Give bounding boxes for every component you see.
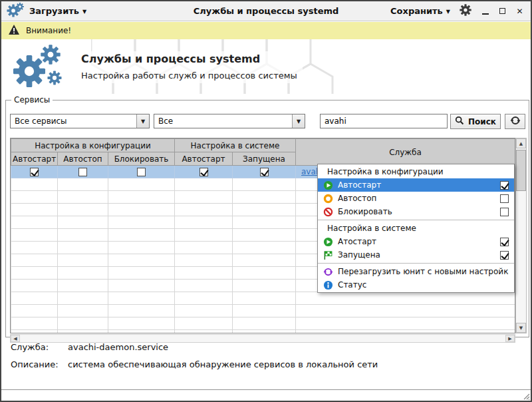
column-header: Запущена: [233, 152, 296, 166]
scroll-right-icon[interactable]: ▶: [505, 335, 515, 342]
chevron-down-icon: ▼: [82, 9, 86, 15]
column-header: Автостарт: [11, 152, 58, 166]
description-detail-label: Описание:: [11, 359, 59, 369]
service-detail-value: avachi-daemon.service: [68, 342, 168, 352]
play-icon: [323, 180, 333, 190]
table-row-empty: [11, 317, 515, 330]
save-button[interactable]: Сохранить ▼: [390, 6, 450, 16]
context-menu: Настройка в конфигурации Автостарт Автос…: [317, 164, 515, 293]
menu-item-config-autostart[interactable]: Автостарт: [318, 178, 514, 192]
stop-icon: [323, 194, 333, 204]
menu-item-status[interactable]: Статус: [318, 278, 514, 292]
menu-item-config-autostop[interactable]: Автостоп: [318, 192, 514, 205]
search-button[interactable]: Поиск: [450, 114, 501, 129]
chevron-down-icon[interactable]: ▼: [136, 114, 149, 128]
menu-checkbox-system-autostart[interactable]: [500, 238, 509, 246]
checkbox-system-running[interactable]: [260, 168, 269, 176]
menu-item-system-running[interactable]: Запущена: [318, 248, 514, 262]
menu-section-config: Настройка в конфигурации: [318, 165, 514, 178]
service-detail-label: Служба:: [11, 342, 49, 352]
app-gears-icon: [7, 2, 24, 21]
vertical-scrollbar-thumb[interactable]: [516, 150, 526, 191]
chevron-down-icon: ▼: [446, 9, 450, 15]
app-header: Службы и процессы systemd Настройка рабо…: [1, 39, 531, 94]
menu-separator: [318, 263, 514, 264]
vertical-scrollbar[interactable]: ▲ ▼: [515, 138, 527, 333]
checkbox-config-block[interactable]: [137, 168, 146, 176]
table-row-empty: [11, 330, 515, 334]
menu-checkbox-system-running[interactable]: [500, 251, 509, 260]
checkbox-config-autostart[interactable]: [30, 168, 39, 176]
menu-section-system: Настройка в системе: [318, 222, 514, 235]
maximize-button[interactable]: [498, 7, 507, 15]
table-row-empty: [11, 292, 515, 305]
search-icon: [455, 116, 464, 127]
checkered-flag-icon: [323, 250, 333, 260]
menu-item-reload-unit[interactable]: Перезагрузить юнит с новыми настройками: [318, 265, 514, 278]
scroll-down-icon[interactable]: ▼: [516, 323, 526, 333]
app-window: Загрузить ▼ Службы и процессы systemd Со…: [0, 0, 532, 402]
column-header-service: Служба: [296, 139, 515, 166]
column-header: Блокировать: [108, 152, 175, 166]
chevron-down-icon[interactable]: ▼: [292, 114, 305, 128]
close-button[interactable]: ✕: [515, 7, 524, 15]
scroll-up-icon[interactable]: ▲: [516, 138, 526, 148]
page-subtitle: Настройка работы служб и процессов систе…: [81, 71, 297, 81]
group-header-system: Настройка в системе: [175, 139, 296, 152]
checkbox-config-autostop[interactable]: [78, 168, 87, 176]
info-icon: [323, 280, 333, 290]
status-bar: [1, 389, 531, 401]
reload-icon: [323, 267, 333, 277]
checkbox-system-autostart[interactable]: [200, 168, 208, 176]
app-logo-gears-icon: [11, 43, 66, 93]
page-title: Службы и процессы systemd: [81, 53, 297, 65]
load-button[interactable]: Загрузить ▼: [29, 6, 86, 16]
search-input[interactable]: [320, 114, 448, 128]
table-row-empty: [11, 305, 515, 317]
minimize-button[interactable]: [481, 7, 489, 15]
description-detail-value: система обеспечивающая обнаружение серви…: [68, 359, 378, 369]
service-filter-combo[interactable]: Все сервисы ▼: [10, 114, 150, 128]
services-legend: Сервисы: [11, 95, 53, 104]
menu-checkbox-autostart[interactable]: [500, 181, 509, 190]
scroll-left-icon[interactable]: ◀: [11, 335, 20, 342]
menu-checkbox-block[interactable]: [500, 208, 509, 216]
refresh-button[interactable]: [505, 114, 525, 129]
state-filter-combo[interactable]: Все ▼: [154, 114, 305, 128]
settings-gear-icon[interactable]: [460, 4, 471, 19]
menu-separator: [318, 220, 514, 220]
resize-grip[interactable]: [522, 392, 530, 400]
column-header: Автостарт: [175, 152, 233, 166]
titlebar[interactable]: Загрузить ▼ Службы и процессы systemd Со…: [1, 1, 531, 21]
menu-checkbox-autostop[interactable]: [500, 194, 509, 203]
group-header-config: Настройка в конфигурации: [11, 139, 175, 152]
warning-banner: Внимание!: [1, 22, 531, 39]
play-icon: [323, 237, 333, 247]
menu-item-system-autostart[interactable]: Атостарт: [318, 235, 514, 248]
warning-text: Внимание!: [26, 26, 71, 35]
block-icon: [323, 207, 333, 217]
warning-icon: [8, 24, 20, 37]
menu-item-config-block[interactable]: Блокировать: [318, 205, 514, 218]
refresh-icon: [510, 115, 521, 128]
column-header: Автостоп: [58, 152, 108, 166]
